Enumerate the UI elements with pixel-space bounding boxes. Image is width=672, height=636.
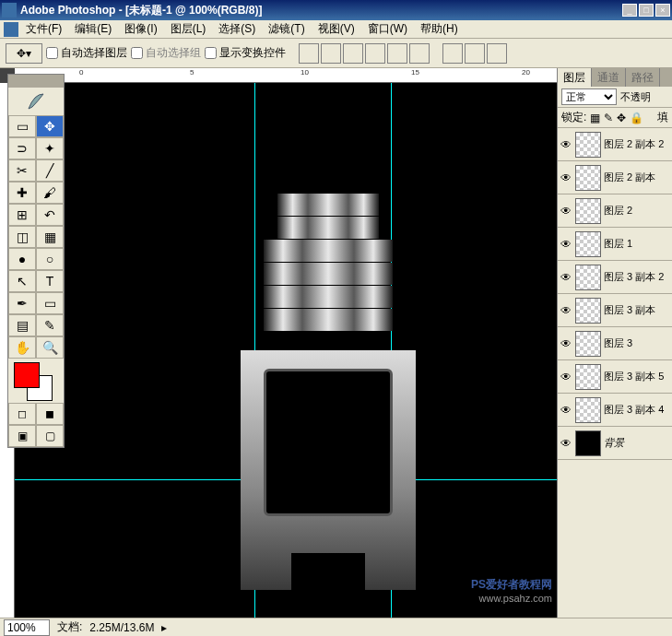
menu-select[interactable]: 选择(S) (213, 19, 261, 39)
layer-name-label[interactable]: 图层 3 副本 4 (604, 403, 670, 417)
canvas-viewport[interactable] (15, 83, 557, 618)
layer-visibility-icon[interactable]: 👁 (560, 238, 572, 251)
hand-tool[interactable]: ✋ (8, 336, 36, 359)
tool-preset[interactable]: ✥▾ (6, 43, 42, 64)
layer-thumbnail[interactable] (575, 331, 601, 357)
blend-mode-select[interactable]: 正常 (561, 88, 617, 105)
layer-row[interactable]: 👁图层 3 副本 2 (558, 261, 672, 294)
show-transform-checkbox[interactable] (205, 47, 217, 59)
auto-select-layer-option[interactable]: 自动选择图层 (46, 45, 127, 61)
marquee-tool[interactable]: ▭ (8, 115, 36, 137)
layer-visibility-icon[interactable]: 👁 (560, 138, 572, 151)
layer-thumbnail[interactable] (575, 397, 601, 423)
layer-list[interactable]: 👁图层 2 副本 2👁图层 2 副本👁图层 2👁图层 1👁图层 3 副本 2👁图… (558, 128, 672, 598)
doc-menu-arrow[interactable]: ▸ (161, 621, 167, 634)
menu-view[interactable]: 视图(V) (312, 19, 360, 39)
align-right-button[interactable] (409, 43, 430, 64)
heal-tool[interactable]: ✚ (8, 182, 36, 204)
lock-paint-icon[interactable]: ✎ (604, 112, 613, 124)
layer-visibility-icon[interactable]: 👁 (560, 437, 572, 450)
dist-bottom-button[interactable] (487, 43, 507, 64)
dist-top-button[interactable] (442, 43, 463, 64)
layer-thumbnail[interactable] (575, 298, 601, 324)
dodge-tool[interactable]: ○ (36, 248, 64, 270)
menu-layer[interactable]: 图层(L) (165, 19, 212, 39)
layer-row[interactable]: 👁图层 2 副本 (558, 161, 672, 194)
layer-name-label[interactable]: 图层 1 (604, 237, 670, 251)
layer-row[interactable]: 👁图层 2 (558, 194, 672, 228)
layer-visibility-icon[interactable]: 👁 (560, 304, 572, 317)
pen-tool[interactable]: ✒ (8, 292, 36, 314)
foreground-color-swatch[interactable] (14, 362, 40, 388)
menu-file[interactable]: 文件(F) (20, 19, 67, 39)
align-left-button[interactable] (365, 43, 385, 64)
layer-visibility-icon[interactable]: 👁 (560, 371, 572, 383)
menu-help[interactable]: 帮助(H) (415, 19, 464, 39)
menu-edit[interactable]: 编辑(E) (69, 19, 117, 39)
menu-image[interactable]: 图像(I) (119, 19, 162, 39)
layer-name-label[interactable]: 图层 3 副本 2 (604, 270, 670, 284)
tab-channels[interactable]: 通道 (592, 68, 626, 87)
layer-row[interactable]: 👁图层 3 (558, 327, 672, 360)
zoom-tool[interactable]: 🔍 (36, 336, 64, 359)
layer-thumbnail[interactable] (575, 430, 601, 456)
eraser-tool[interactable]: ◫ (8, 226, 36, 248)
tab-paths[interactable]: 路径 (626, 68, 660, 87)
wand-tool[interactable]: ✦ (36, 137, 64, 159)
standard-mode-button[interactable]: ◻ (8, 403, 36, 425)
layer-name-label[interactable]: 图层 2 (604, 204, 670, 218)
layer-thumbnail[interactable] (575, 198, 601, 224)
lock-transparent-icon[interactable]: ▦ (590, 112, 600, 124)
screen-full-button[interactable]: ▢ (36, 425, 64, 447)
layer-name-label[interactable]: 图层 3 副本 (604, 303, 670, 317)
quickmask-mode-button[interactable]: ◼ (36, 403, 64, 425)
slice-tool[interactable]: ╱ (36, 159, 64, 182)
type-tool[interactable]: T (36, 270, 64, 292)
tab-layers[interactable]: 图层 (558, 68, 592, 87)
lasso-tool[interactable]: ⊃ (8, 137, 36, 159)
layer-name-label[interactable]: 图层 3 副本 5 (604, 370, 670, 383)
auto-select-layer-checkbox[interactable] (46, 47, 58, 59)
shape-tool[interactable]: ▭ (36, 292, 64, 314)
minimize-button[interactable]: _ (622, 4, 637, 17)
lock-move-icon[interactable]: ✥ (617, 112, 626, 124)
crop-tool[interactable]: ✂ (8, 159, 36, 182)
layer-thumbnail[interactable] (575, 165, 601, 191)
layer-thumbnail[interactable] (575, 364, 601, 390)
auto-select-group-checkbox[interactable] (131, 47, 143, 59)
toolbox-header[interactable] (8, 75, 64, 88)
eyedropper-tool[interactable]: ✎ (36, 314, 64, 336)
brush-tool[interactable]: 🖌 (36, 182, 64, 204)
layer-row[interactable]: 👁图层 3 副本 (558, 294, 672, 327)
layer-visibility-icon[interactable]: 👁 (560, 171, 572, 184)
layer-visibility-icon[interactable]: 👁 (560, 404, 572, 417)
blur-tool[interactable]: ● (8, 248, 36, 270)
zoom-field[interactable]: 100% (4, 619, 50, 636)
layer-row[interactable]: 👁图层 3 副本 4 (558, 394, 672, 427)
layer-thumbnail[interactable] (575, 265, 601, 290)
layer-row[interactable]: 👁图层 3 副本 5 (558, 360, 672, 394)
stamp-tool[interactable]: ⊞ (8, 204, 36, 226)
menu-window[interactable]: 窗口(W) (362, 19, 413, 39)
close-button[interactable]: × (655, 4, 670, 17)
history-tool[interactable]: ↶ (36, 204, 64, 226)
auto-select-group-option[interactable]: 自动选择组 (131, 45, 201, 61)
dist-vcenter-button[interactable] (465, 43, 485, 64)
layer-visibility-icon[interactable]: 👁 (560, 205, 572, 218)
align-vcenter-button[interactable] (321, 43, 341, 64)
layer-visibility-icon[interactable]: 👁 (560, 337, 572, 350)
lock-all-icon[interactable]: 🔒 (630, 112, 643, 124)
menu-filter[interactable]: 滤镜(T) (263, 19, 310, 39)
horizontal-ruler[interactable]: 0 5 10 15 20 (15, 68, 557, 83)
layer-name-label[interactable]: 图层 3 (604, 336, 670, 350)
move-tool[interactable]: ✥ (36, 115, 64, 137)
layer-thumbnail[interactable] (575, 132, 601, 158)
layer-visibility-icon[interactable]: 👁 (560, 271, 572, 284)
maximize-button[interactable]: □ (639, 4, 654, 17)
show-transform-option[interactable]: 显示变换控件 (205, 45, 286, 61)
align-bottom-button[interactable] (343, 43, 363, 64)
layer-name-label[interactable]: 图层 2 副本 (604, 171, 670, 184)
layer-row[interactable]: 👁图层 1 (558, 228, 672, 261)
align-top-button[interactable] (299, 43, 319, 64)
layer-thumbnail[interactable] (575, 231, 601, 257)
